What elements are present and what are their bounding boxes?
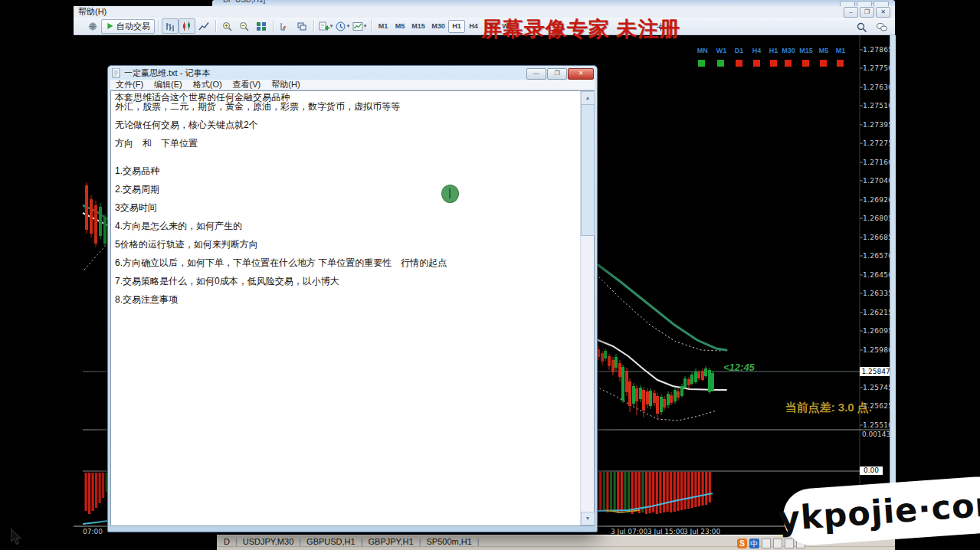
recording-cursor-highlight <box>441 185 459 203</box>
chart-tab-gbpusd-h1[interactable]: GBPUSD,H1 <box>301 537 361 546</box>
panel-timeframe-d1[interactable]: D1 <box>735 47 744 54</box>
play-icon <box>106 21 114 31</box>
notepad-line: 4.方向是怎么来的，如何产生的 <box>115 221 579 231</box>
toolbar-timeframe-h4[interactable]: H4 <box>465 20 482 33</box>
chart-tab-d[interactable]: D <box>218 537 235 546</box>
timeframe-state-dot[interactable] <box>717 60 724 67</box>
notepad-line: 外汇，股票，二元，期货，黄金，原油，彩票，数字货币，虚拟币等等 <box>115 102 579 111</box>
price-label: 1.25980 <box>863 346 893 354</box>
chart-tab-gbpjpy-h1[interactable]: GBPJPY,H1 <box>363 537 419 546</box>
ime-language-icon[interactable]: 中 <box>749 539 759 548</box>
child-close-icon[interactable]: ✕ <box>876 7 890 18</box>
toolbar-timeframe-m1[interactable]: M1 <box>375 20 392 33</box>
notepad-minimize-icon[interactable]: — <box>526 68 546 80</box>
notepad-line: 8.交易注意事项 <box>115 295 579 304</box>
timeframe-state-dot[interactable] <box>802 60 809 67</box>
menu-help[interactable]: 帮助(H) <box>74 6 111 18</box>
notepad-window: 一定赢思维.txt - 记事本 — ❐ ✕ 文件(F)编辑(E)格式(O)查看(… <box>107 65 598 532</box>
minimize-window-icon[interactable] <box>840 1 855 6</box>
notepad-titlebar[interactable]: 一定赢思维.txt - 记事本 — ❐ ✕ <box>108 66 597 80</box>
ime-tool-icon[interactable] <box>785 539 794 548</box>
candle-countdown-label: <12:45 <box>723 362 755 373</box>
search-icon[interactable] <box>854 19 870 34</box>
toolbar-separator <box>158 20 159 32</box>
price-label: 1.26570 <box>863 252 893 260</box>
notepad-menubar: 文件(F)编辑(E)格式(O)查看(V)帮助(H) <box>110 80 595 90</box>
tile-windows-icon[interactable] <box>253 18 270 34</box>
notepad-scrollbar[interactable]: ▲ ▼ <box>580 91 594 525</box>
panel-timeframe-h4[interactable]: H4 <box>752 47 762 54</box>
zoom-in-icon[interactable] <box>219 18 236 34</box>
price-label: 1.26215 <box>863 309 893 316</box>
ime-tool-icon[interactable] <box>773 539 782 548</box>
panel-timeframe-h1[interactable]: H1 <box>769 47 778 54</box>
toolbar-timeframe-m5[interactable]: M5 <box>392 20 408 33</box>
bar-chart-icon[interactable] <box>162 18 179 34</box>
price-label: 1.27750 <box>863 64 893 72</box>
notepad-line: 无论做任何交易，核心关键点就2个 <box>115 120 579 129</box>
toolbar-timeframe-m30[interactable]: M30 <box>428 20 448 33</box>
close-window-icon[interactable] <box>873 1 889 6</box>
mt4-title-text: BP USD,H1] <box>223 0 265 4</box>
chart-tab-sp500m-h1[interactable]: SP500m,H1 <box>421 537 477 546</box>
timeframe-state-dot[interactable] <box>753 60 760 67</box>
new-order-icon[interactable]: ▾ <box>317 18 334 34</box>
timeframe-state-dot[interactable] <box>698 60 705 67</box>
scroll-down-icon[interactable]: ▼ <box>581 512 595 525</box>
notepad-text-area[interactable]: 本套思维适合这个世界的任何金融交易品种外汇，股票，二元，期货，黄金，原油，彩票，… <box>110 90 595 526</box>
notepad-menu-item[interactable]: 帮助(H) <box>266 79 305 90</box>
timeframe-state-dot[interactable] <box>736 60 742 67</box>
panel-timeframe-m15[interactable]: M15 <box>799 47 813 54</box>
panel-timeframe-m1[interactable]: M1 <box>836 47 846 54</box>
auto-trading-button[interactable]: 自动交易 <box>101 19 155 34</box>
templates-icon[interactable]: ▾ <box>351 18 368 34</box>
panel-timeframe-m5[interactable]: M5 <box>819 47 829 54</box>
chat-icon[interactable] <box>873 19 890 34</box>
timeframe-state-dot[interactable] <box>820 60 827 67</box>
panel-timeframe-m30[interactable]: M30 <box>782 47 795 54</box>
connection-icon[interactable] <box>84 18 101 34</box>
toolbar-timeframe-m15[interactable]: M15 <box>408 20 428 33</box>
period-clock-icon[interactable]: ▾ <box>334 18 351 34</box>
timeframe-state-dot[interactable] <box>785 60 792 67</box>
notepad-line <box>115 157 579 166</box>
price-label: 1.26095 <box>863 327 893 335</box>
indicator-zero-tag: 0.00 <box>860 467 883 475</box>
panel-timeframe-mn[interactable]: MN <box>697 47 708 54</box>
candlestick-chart-icon[interactable] <box>179 18 195 34</box>
notepad-close-icon[interactable]: ✕ <box>568 68 594 80</box>
price-label: 1.27275 <box>863 139 893 147</box>
notepad-line: 2.交易周期 <box>115 185 579 194</box>
ime-sogou-icon[interactable]: S <box>737 539 747 548</box>
panel-timeframe-w1[interactable]: W1 <box>716 47 727 54</box>
mt4-titlebar[interactable]: BP USD,H1] <box>212 0 895 6</box>
toolbar-timeframe-h1[interactable]: H1 <box>448 20 465 33</box>
notepad-menu-item[interactable]: 查看(V) <box>228 79 267 90</box>
restore-window-icon[interactable] <box>857 1 872 6</box>
notepad-maximize-icon[interactable]: ❐ <box>547 68 567 80</box>
price-label: 1.26335 <box>863 290 893 297</box>
notepad-menu-item[interactable]: 文件(F) <box>110 79 149 90</box>
cascade-charts-icon[interactable] <box>293 18 310 34</box>
arrange-charts-icon[interactable] <box>277 18 293 34</box>
notepad-window-controls: — ❐ ✕ <box>526 68 594 80</box>
price-label: 1.27160 <box>863 159 893 166</box>
notepad-line: 3交易时间 <box>115 203 579 212</box>
notepad-menu-item[interactable]: 编辑(E) <box>149 79 188 90</box>
line-chart-icon[interactable] <box>195 18 212 34</box>
notepad-menu-item[interactable]: 格式(O) <box>188 79 228 90</box>
zoom-out-icon[interactable] <box>236 18 253 34</box>
notepad-line <box>115 286 579 295</box>
price-label: 1.26450 <box>863 271 893 279</box>
notepad-line: 7.交易策略是什么，如何0成本，低风险交易，以小博大 <box>115 277 579 286</box>
chart-tab-usdjpy-m30[interactable]: USDJPY,M30 <box>238 537 299 546</box>
scrollbar-thumb[interactable] <box>581 104 595 236</box>
ime-tool-icon[interactable] <box>762 539 771 548</box>
scroll-up-icon[interactable]: ▲ <box>581 91 595 105</box>
child-restore-icon[interactable]: ❐ <box>860 7 874 18</box>
timeframe-state-dot[interactable] <box>770 60 777 67</box>
timeframe-state-dot[interactable] <box>837 60 844 67</box>
child-minimize-icon[interactable]: – <box>844 7 858 18</box>
notepad-line <box>115 175 579 185</box>
time-label: 07:00 <box>83 528 103 535</box>
